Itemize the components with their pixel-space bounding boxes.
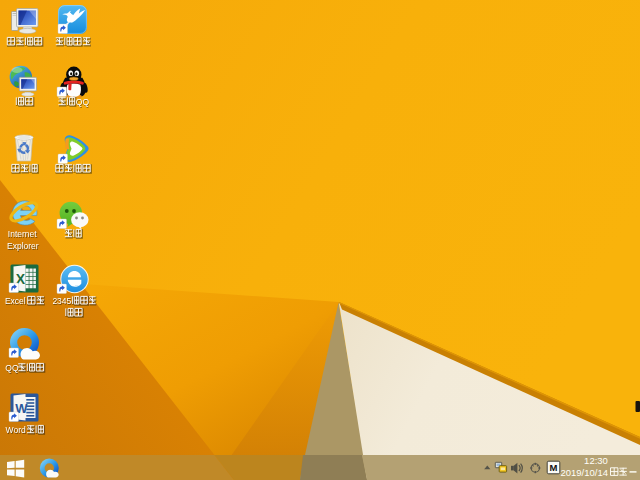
svg-text:Word: Word: [6, 425, 26, 435]
svg-text:12:30: 12:30: [584, 455, 608, 466]
svg-text:QQ: QQ: [5, 363, 19, 373]
svg-text:M: M: [550, 462, 558, 473]
svg-text:Internet: Internet: [8, 229, 37, 239]
svg-text:2019/10/14: 2019/10/14: [560, 467, 608, 478]
svg-text:2345: 2345: [52, 296, 71, 306]
svg-text:Explorer: Explorer: [7, 241, 39, 251]
svg-text:QQ: QQ: [76, 97, 90, 107]
svg-text:Excel: Excel: [5, 296, 26, 306]
